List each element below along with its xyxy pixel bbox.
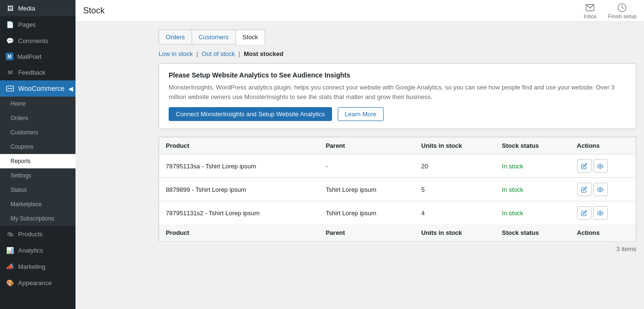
page-title: Stock — [83, 6, 105, 16]
sidebar-item-media[interactable]: 🖼 Media — [0, 0, 75, 16]
sidebar-item-marketplace[interactable]: Marketplace — [0, 197, 75, 211]
out-of-stock-link[interactable]: Out of stock — [202, 50, 235, 57]
table-header-row: Product Parent Units in stock Stock stat… — [159, 137, 636, 154]
promo-description: MonsterInsights, WordPress analytics plu… — [169, 83, 626, 101]
sidebar-label-status: Status — [11, 187, 27, 193]
view-button-0[interactable] — [593, 159, 608, 173]
sidebar-item-settings[interactable]: Settings — [0, 168, 75, 183]
view-button-1[interactable] — [593, 183, 608, 196]
svg-point-7 — [600, 188, 601, 190]
sidebar-label-coupons: Coupons — [11, 143, 33, 150]
sep1: | — [196, 50, 200, 57]
sidebar-label-orders: Orders — [11, 115, 28, 121]
cell-parent: Tshirt Lorep ipsum — [319, 201, 415, 225]
cell-actions — [570, 201, 636, 225]
cell-actions — [570, 154, 636, 178]
most-stocked-filter: Most stocked — [244, 50, 283, 57]
footer-col-status: Stock status — [495, 224, 570, 242]
inbox-button[interactable]: Inbox — [584, 3, 597, 19]
cell-product: 8879899 - Tshirt Lorep ipsum — [159, 178, 319, 201]
sidebar-item-customers[interactable]: Customers — [0, 125, 75, 140]
cell-units: 5 — [415, 178, 495, 201]
col-product: Product — [159, 137, 319, 154]
sidebar-item-comments[interactable]: 💬 Comments — [0, 33, 75, 49]
sidebar-label-mailpoet: MailPoet — [17, 53, 42, 60]
footer-col-product: Product — [159, 224, 319, 242]
cell-status: In stock — [495, 201, 570, 225]
inbox-icon — [585, 3, 595, 12]
svg-point-3 — [11, 88, 12, 89]
sidebar-item-marketing[interactable]: 📣 Marketing — [0, 258, 75, 275]
footer-col-units: Units in stock — [415, 224, 495, 242]
feedback-icon: ✉ — [6, 68, 14, 77]
woocommerce-collapse-icon: ◀ — [68, 85, 73, 92]
topbar: Stock Inbox Finish setup — [75, 0, 644, 22]
table-footer-row: Product Parent Units in stock Stock stat… — [159, 224, 636, 242]
sidebar-label-products: Products — [18, 231, 43, 238]
tab-customers[interactable]: Customers — [192, 30, 236, 44]
comments-icon: 💬 — [6, 36, 14, 45]
cell-status: In stock — [495, 178, 570, 201]
sidebar-item-appearance[interactable]: 🎨 Appearance — [0, 275, 75, 291]
sidebar-label-settings: Settings — [11, 172, 31, 179]
edit-button-0[interactable] — [577, 159, 591, 173]
sidebar-item-analytics[interactable]: 📊 Analytics — [0, 242, 75, 258]
stock-table: Product Parent Units in stock Stock stat… — [159, 137, 636, 242]
tab-stock[interactable]: Stock — [236, 30, 266, 44]
tab-orders[interactable]: Orders — [159, 30, 192, 44]
view-button-2[interactable] — [593, 206, 608, 220]
edit-button-1[interactable] — [577, 183, 591, 196]
svg-point-6 — [600, 165, 601, 166]
sidebar-item-coupons[interactable]: Coupons — [0, 140, 75, 154]
sidebar-label-feedback: Feedback — [18, 69, 45, 76]
finish-setup-label: Finish setup — [608, 13, 636, 19]
promo-title: Please Setup Website Analytics to See Au… — [169, 71, 626, 79]
edit-button-2[interactable] — [577, 206, 591, 220]
svg-point-8 — [600, 212, 601, 213]
cell-parent: - — [319, 154, 415, 178]
sidebar: 🖼 Media 📄 Pages 💬 Comments M MailPoet ✉ … — [0, 0, 75, 309]
sidebar-label-media: Media — [18, 5, 35, 12]
sep2: | — [238, 50, 242, 57]
table-row: 787951131s2 - Tshirt Lorep ipsum Tshirt … — [159, 201, 636, 225]
sidebar-label-my-subscriptions: My Subscriptions — [11, 215, 54, 222]
stock-filters: Low in stock | Out of stock | Most stock… — [159, 50, 636, 57]
marketing-icon: 📣 — [6, 262, 14, 271]
svg-point-1 — [8, 88, 9, 89]
sidebar-item-orders[interactable]: Orders — [0, 111, 75, 125]
col-status: Stock status — [495, 137, 570, 154]
sidebar-label-reports: Reports — [11, 158, 31, 165]
sidebar-item-my-subscriptions[interactable]: My Subscriptions — [0, 211, 75, 226]
sidebar-label-customers: Customers — [11, 129, 38, 136]
cell-status: In stock — [495, 154, 570, 178]
low-in-stock-link[interactable]: Low in stock — [159, 50, 193, 57]
finish-setup-button[interactable]: Finish setup — [608, 3, 636, 19]
media-icon: 🖼 — [6, 4, 14, 12]
cell-product: 787951131s2 - Tshirt Lorep ipsum — [159, 201, 319, 225]
sidebar-item-mailpoet[interactable]: M MailPoet — [0, 49, 75, 64]
sidebar-item-feedback[interactable]: ✉ Feedback — [0, 64, 75, 80]
cell-units: 20 — [415, 154, 495, 178]
svg-point-2 — [10, 88, 11, 89]
topbar-actions: Inbox Finish setup — [584, 3, 636, 19]
footer-col-parent: Parent — [319, 224, 415, 242]
cell-actions — [570, 178, 636, 201]
learn-more-button[interactable]: Learn More — [338, 107, 384, 121]
sidebar-item-pages[interactable]: 📄 Pages — [0, 16, 75, 33]
connect-monsterinsights-button[interactable]: Connect MonsterInsights and Setup Websit… — [169, 107, 332, 121]
main-content: Orders Customers Stock Low in stock | Ou… — [151, 22, 644, 309]
cell-units: 4 — [415, 201, 495, 225]
table-row: 78795113sa - Tshirt Lorep ipsum - 20 In … — [159, 154, 636, 178]
sidebar-label-pages: Pages — [18, 21, 36, 28]
sidebar-label-comments: Comments — [18, 37, 48, 44]
table-row: 8879899 - Tshirt Lorep ipsum Tshirt Lore… — [159, 178, 636, 201]
sidebar-item-status[interactable]: Status — [0, 183, 75, 197]
mailpoet-icon: M — [6, 53, 13, 60]
col-units: Units in stock — [415, 137, 495, 154]
pages-icon: 📄 — [6, 20, 14, 29]
sidebar-item-reports[interactable]: Reports — [0, 154, 75, 168]
sidebar-item-products[interactable]: 🛍 Products — [0, 226, 75, 242]
promo-actions: Connect MonsterInsights and Setup Websit… — [169, 107, 626, 121]
sidebar-item-woocommerce[interactable]: WooCommerce ◀ — [0, 80, 75, 97]
sidebar-item-home[interactable]: Home — [0, 97, 75, 111]
